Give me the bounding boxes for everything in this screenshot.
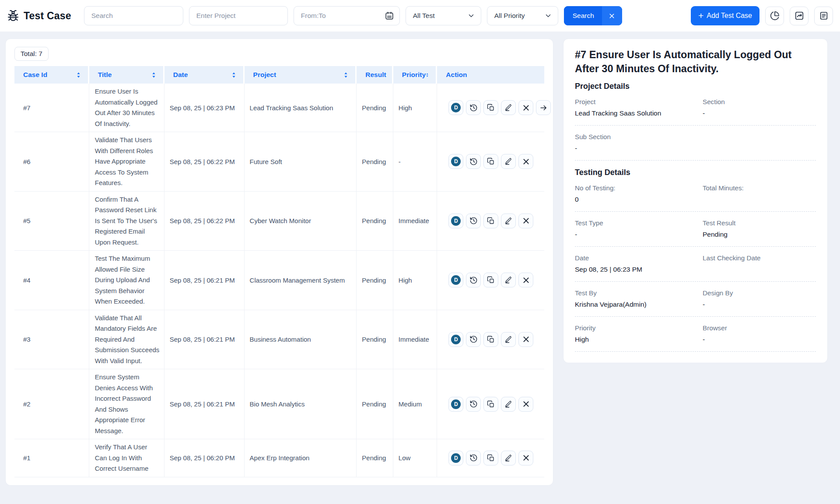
edit-button[interactable] [501,397,516,412]
date-cell: Sep 08, 25 | 06:21 PM [164,251,245,310]
delete-button[interactable] [518,397,533,412]
delete-button[interactable] [518,273,533,287]
delete-button[interactable] [518,451,533,466]
project-cell: Future Soft [245,132,357,192]
priority-select[interactable]: All Priority [487,6,558,25]
copy-icon [487,400,495,408]
history-button[interactable] [466,332,481,347]
test-case-table-card: Total: 7 Case Id Title Date Project Resu… [5,38,553,486]
action-cell: D [437,84,544,132]
calendar-icon[interactable] [385,11,394,21]
dashed-divider [575,281,816,282]
search-button-group: Search [564,6,622,25]
edit-button[interactable] [501,214,516,228]
action-buttons: D [446,273,540,287]
sort-icon[interactable] [151,72,156,78]
sort-icon[interactable] [231,72,236,78]
field-value: High [575,336,703,344]
edit-button[interactable] [501,332,516,347]
delete-button[interactable] [518,332,533,347]
copy-button[interactable] [483,332,498,347]
history-button[interactable] [466,397,481,412]
history-button[interactable] [466,273,481,287]
details-badge-button[interactable]: D [448,100,463,115]
details-badge-button[interactable]: D [448,451,463,466]
copy-icon [487,217,495,225]
column-header-project[interactable]: Project [245,66,357,84]
copy-button[interactable] [483,214,498,228]
details-row: Project Lead Tracking Saas Solution Sect… [575,98,816,118]
copy-button[interactable] [483,397,498,412]
edit-button[interactable] [501,154,516,169]
open-details-arrow-button[interactable] [536,100,551,115]
history-button[interactable] [466,214,481,228]
case-id-cell: #7 [14,84,89,132]
test-type-select-value: All Test [413,12,435,20]
edit-button[interactable] [501,451,516,466]
field-label: Section [703,98,816,105]
details-badge-button[interactable]: D [448,154,463,169]
details-badge-button[interactable]: D [448,397,463,412]
history-button[interactable] [466,154,481,169]
test-case-details-panel: #7 Ensure User Is Automatically Logged O… [563,38,828,363]
dashed-divider [575,351,816,352]
details-row: Date Sep 08, 25 | 06:23 PM Last Checking… [575,254,816,274]
details-badge-button[interactable]: D [448,273,463,287]
sort-icon[interactable] [76,72,81,78]
copy-button[interactable] [483,451,498,466]
search-button[interactable]: Search [564,6,602,25]
history-button[interactable] [466,451,481,466]
testing-details-heading: Testing Details [575,168,816,177]
copy-button[interactable] [483,100,498,115]
title-cell: Validate That All Mandatory Fields Are R… [89,310,164,370]
result-cell: Pending [357,310,393,370]
delete-button[interactable] [518,154,533,169]
priority-cell: Medium [393,369,438,439]
details-badge-button[interactable]: D [448,332,463,347]
close-x-icon [522,335,530,343]
trend-chart-icon [794,11,804,21]
test-case-table: Case Id Title Date Project Result Priori… [14,66,544,477]
copy-button[interactable] [483,154,498,169]
history-button[interactable] [466,100,481,115]
result-cell: Pending [357,439,393,477]
delete-button[interactable] [518,100,533,115]
bug-icon [7,9,20,22]
history-icon [469,158,478,166]
edit-button[interactable] [501,273,516,287]
date-range-input[interactable] [294,6,400,25]
close-x-icon [522,276,530,284]
case-id-cell: #5 [14,192,89,251]
column-header-case-id[interactable]: Case Id [14,66,89,84]
column-header-title[interactable]: Title [89,66,164,84]
sort-icon[interactable] [426,72,429,78]
date-cell: Sep 08, 25 | 06:23 PM [164,84,245,132]
search-input[interactable] [84,6,183,25]
chevron-down-icon [467,12,475,20]
details-badge-button[interactable]: D [448,214,463,228]
sort-icon[interactable] [343,72,348,78]
column-header-priority[interactable]: Priority [393,66,438,84]
history-icon [469,217,478,225]
pie-chart-button[interactable] [765,7,784,25]
date-cell: Sep 08, 25 | 06:22 PM [164,192,245,251]
delete-button[interactable] [518,214,533,228]
clear-search-button[interactable] [602,6,622,25]
action-buttons: D [446,397,540,412]
priority-cell: High [393,84,438,132]
test-type-select[interactable]: All Test [406,6,481,25]
app-brand: Test Case [7,9,71,22]
copy-icon [487,454,495,462]
column-header-date[interactable]: Date [164,66,245,84]
trend-chart-button[interactable] [790,7,808,25]
edit-button[interactable] [501,100,516,115]
field-section: Section - [703,98,816,118]
report-button[interactable] [814,7,833,25]
copy-icon [487,276,495,284]
project-filter-input[interactable] [189,6,288,25]
close-x-icon [522,158,530,166]
column-header-result[interactable]: Result [357,66,393,84]
copy-button[interactable] [483,273,498,287]
priority-cell: Immediate [393,310,438,370]
add-test-case-button[interactable]: + Add Test Case [691,6,760,25]
